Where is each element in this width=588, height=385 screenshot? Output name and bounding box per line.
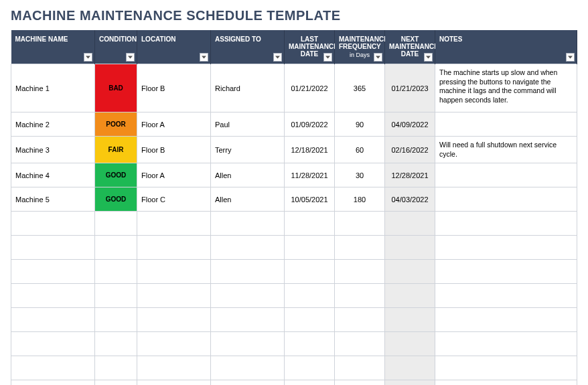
cell-next_date[interactable]: 02/16/2022 xyxy=(385,137,435,163)
filter-dropdown-icon[interactable] xyxy=(126,53,135,62)
cell-empty[interactable] xyxy=(385,332,435,356)
cell-empty[interactable] xyxy=(95,356,137,380)
cell-empty[interactable] xyxy=(211,212,285,236)
cell-empty[interactable] xyxy=(95,284,137,308)
cell-condition[interactable]: POOR xyxy=(95,112,137,137)
cell-empty[interactable] xyxy=(137,212,211,236)
cell-empty[interactable] xyxy=(95,380,137,385)
filter-dropdown-icon[interactable] xyxy=(200,53,208,62)
cell-empty[interactable] xyxy=(385,380,435,385)
cell-empty[interactable] xyxy=(385,308,435,332)
cell-empty[interactable] xyxy=(11,212,95,236)
cell-empty[interactable] xyxy=(335,380,385,385)
cell-empty[interactable] xyxy=(285,260,335,284)
cell-condition[interactable]: GOOD xyxy=(95,187,137,212)
cell-empty[interactable] xyxy=(285,236,335,260)
cell-empty[interactable] xyxy=(285,308,335,332)
cell-notes[interactable] xyxy=(435,112,577,137)
filter-dropdown-icon[interactable] xyxy=(84,53,92,62)
cell-frequency[interactable]: 180 xyxy=(335,187,385,212)
cell-empty[interactable] xyxy=(137,356,211,380)
cell-notes[interactable]: The machine starts up slow and when pres… xyxy=(435,64,577,112)
filter-dropdown-icon[interactable] xyxy=(424,53,433,62)
cell-empty[interactable] xyxy=(335,212,385,236)
filter-dropdown-icon[interactable] xyxy=(566,53,575,62)
cell-empty[interactable] xyxy=(137,236,211,260)
cell-empty[interactable] xyxy=(95,260,137,284)
cell-frequency[interactable]: 365 xyxy=(335,64,385,112)
cell-machine_name[interactable]: Machine 3 xyxy=(11,137,95,163)
cell-empty[interactable] xyxy=(385,260,435,284)
cell-next_date[interactable]: 12/28/2021 xyxy=(385,163,435,187)
cell-empty[interactable] xyxy=(435,236,577,260)
cell-empty[interactable] xyxy=(335,332,385,356)
cell-empty[interactable] xyxy=(285,380,335,385)
cell-last_date[interactable]: 12/18/2021 xyxy=(285,137,335,163)
cell-empty[interactable] xyxy=(211,284,285,308)
cell-empty[interactable] xyxy=(435,308,577,332)
cell-empty[interactable] xyxy=(211,260,285,284)
cell-empty[interactable] xyxy=(211,236,285,260)
cell-assigned_to[interactable]: Allen xyxy=(211,163,285,187)
cell-empty[interactable] xyxy=(95,212,137,236)
cell-notes[interactable] xyxy=(435,187,577,212)
cell-empty[interactable] xyxy=(211,356,285,380)
cell-empty[interactable] xyxy=(335,284,385,308)
cell-empty[interactable] xyxy=(335,308,385,332)
filter-dropdown-icon[interactable] xyxy=(323,53,332,62)
cell-frequency[interactable]: 60 xyxy=(335,137,385,163)
filter-dropdown-icon[interactable] xyxy=(273,53,282,62)
cell-next_date[interactable]: 04/09/2022 xyxy=(385,112,435,137)
cell-empty[interactable] xyxy=(385,236,435,260)
cell-empty[interactable] xyxy=(335,260,385,284)
filter-dropdown-icon[interactable] xyxy=(374,53,382,62)
cell-empty[interactable] xyxy=(95,236,137,260)
cell-empty[interactable] xyxy=(137,284,211,308)
cell-empty[interactable] xyxy=(211,380,285,385)
cell-assigned_to[interactable]: Richard xyxy=(211,64,285,112)
cell-frequency[interactable]: 90 xyxy=(335,112,385,137)
cell-location[interactable]: Floor C xyxy=(137,187,211,212)
cell-empty[interactable] xyxy=(11,260,95,284)
cell-empty[interactable] xyxy=(335,356,385,380)
cell-empty[interactable] xyxy=(385,212,435,236)
cell-empty[interactable] xyxy=(95,308,137,332)
cell-machine_name[interactable]: Machine 1 xyxy=(11,64,95,112)
cell-empty[interactable] xyxy=(385,356,435,380)
cell-condition[interactable]: BAD xyxy=(95,64,137,112)
cell-empty[interactable] xyxy=(435,284,577,308)
cell-empty[interactable] xyxy=(285,284,335,308)
cell-location[interactable]: Floor B xyxy=(137,64,211,112)
cell-location[interactable]: Floor A xyxy=(137,112,211,137)
cell-empty[interactable] xyxy=(335,236,385,260)
cell-empty[interactable] xyxy=(11,380,95,385)
cell-empty[interactable] xyxy=(137,332,211,356)
cell-notes[interactable]: Will need a full shutdown next service c… xyxy=(435,137,577,163)
cell-empty[interactable] xyxy=(137,380,211,385)
cell-next_date[interactable]: 04/03/2022 xyxy=(385,187,435,212)
cell-empty[interactable] xyxy=(95,332,137,356)
cell-empty[interactable] xyxy=(435,380,577,385)
cell-last_date[interactable]: 01/21/2022 xyxy=(285,64,335,112)
cell-assigned_to[interactable]: Paul xyxy=(211,112,285,137)
cell-last_date[interactable]: 10/05/2021 xyxy=(285,187,335,212)
cell-empty[interactable] xyxy=(137,308,211,332)
cell-assigned_to[interactable]: Allen xyxy=(211,187,285,212)
cell-machine_name[interactable]: Machine 4 xyxy=(11,163,95,187)
cell-empty[interactable] xyxy=(285,332,335,356)
cell-frequency[interactable]: 30 xyxy=(335,163,385,187)
cell-empty[interactable] xyxy=(435,332,577,356)
cell-empty[interactable] xyxy=(211,332,285,356)
cell-machine_name[interactable]: Machine 5 xyxy=(11,187,95,212)
cell-empty[interactable] xyxy=(137,260,211,284)
cell-empty[interactable] xyxy=(11,284,95,308)
cell-notes[interactable] xyxy=(435,163,577,187)
cell-empty[interactable] xyxy=(385,284,435,308)
cell-empty[interactable] xyxy=(11,308,95,332)
cell-location[interactable]: Floor B xyxy=(137,137,211,163)
cell-empty[interactable] xyxy=(11,236,95,260)
cell-condition[interactable]: FAIR xyxy=(95,137,137,163)
cell-machine_name[interactable]: Machine 2 xyxy=(11,112,95,137)
cell-empty[interactable] xyxy=(211,308,285,332)
cell-empty[interactable] xyxy=(285,212,335,236)
